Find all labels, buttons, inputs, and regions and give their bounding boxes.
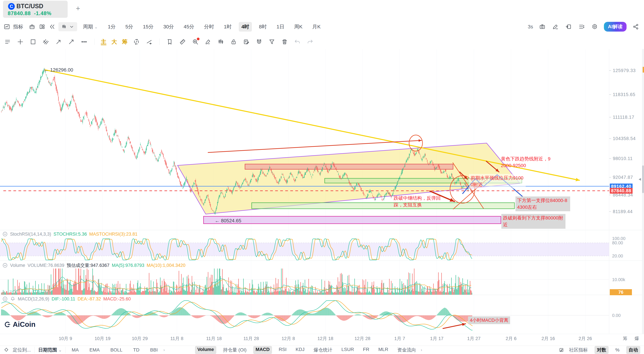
add-pane-icon[interactable] bbox=[565, 23, 572, 31]
low-price-label[interactable]: ← 80524.65 bbox=[215, 217, 241, 224]
timeframe-周K[interactable]: 周K bbox=[292, 22, 305, 32]
breakdown-note[interactable]: 跌破中继结构，反弹回踩，支阻互换 bbox=[394, 195, 447, 208]
collapse-icon[interactable] bbox=[2, 231, 8, 237]
timeframe-1时[interactable]: 1时 bbox=[221, 22, 234, 32]
timeframe-1分[interactable]: 1分 bbox=[105, 22, 118, 32]
date-range-button[interactable]: 日期范围 ⌄ bbox=[36, 346, 64, 354]
undo-icon[interactable] bbox=[294, 38, 301, 46]
replay-icon[interactable] bbox=[48, 23, 56, 31]
timeframe-月K[interactable]: 月K bbox=[310, 22, 323, 32]
screenshot-icon[interactable] bbox=[538, 23, 546, 31]
timeframe-30分[interactable]: 30分 bbox=[160, 22, 176, 32]
eraser-icon[interactable] bbox=[204, 38, 212, 46]
sub-indicator-资金流向[interactable]: 资金流向 bbox=[395, 346, 418, 354]
sub-indicator-RSI[interactable]: RSI bbox=[276, 346, 289, 354]
percent-toggle[interactable]: % bbox=[613, 346, 622, 353]
trash-icon[interactable] bbox=[281, 38, 288, 46]
macd-dea-line bbox=[1, 301, 472, 328]
rectangle-tool-icon[interactable] bbox=[29, 38, 37, 46]
chip-distribution-toggle[interactable]: 筹 bbox=[122, 38, 128, 46]
sub-indicator-持仓量 (OI)[interactable]: 持仓量 (OI) bbox=[221, 346, 249, 354]
timeframe-5分[interactable]: 5分 bbox=[123, 22, 136, 32]
timeframe-15分[interactable]: 15分 bbox=[140, 22, 156, 32]
volume-ma10: MA(10):1,004.3420 bbox=[147, 263, 186, 268]
macd-title[interactable]: MACD(12,26,9) bbox=[18, 296, 49, 302]
crosshair-icon[interactable] bbox=[16, 38, 24, 46]
date-label: 11月 18 bbox=[206, 335, 222, 341]
community-edit-icon[interactable] bbox=[558, 346, 565, 354]
filter-icon[interactable] bbox=[268, 38, 276, 46]
indicator-icon[interactable] bbox=[3, 23, 11, 31]
period-dropdown[interactable]: 周期 ⌄ bbox=[83, 23, 98, 30]
overlay-indicator-TD[interactable]: TD bbox=[131, 346, 142, 353]
timeframe-8时[interactable]: 8时 bbox=[256, 22, 270, 32]
ai-analysis-button[interactable]: AI解读 bbox=[604, 22, 626, 32]
auto-draw-icon[interactable] bbox=[132, 38, 140, 46]
support2-note[interactable]: 跌破则看到下方支撑80000附近 bbox=[501, 214, 566, 229]
trendline-note[interactable]: 黄色下跌趋势线附近，92000-92500 bbox=[501, 156, 552, 169]
collapse-icon[interactable] bbox=[2, 263, 8, 268]
macd-divergence-note[interactable]: 4小时MACD小背离 bbox=[468, 316, 510, 324]
stochrsi-title[interactable]: StochRSI(14,14,3,3) bbox=[10, 232, 51, 237]
sub-indicator-FR[interactable]: FR bbox=[360, 346, 372, 354]
settings-list-icon[interactable] bbox=[578, 23, 586, 31]
candle-wicks-down bbox=[1, 68, 471, 212]
note-icon[interactable] bbox=[242, 38, 250, 46]
timeframe-1日[interactable]: 1日 bbox=[274, 22, 287, 32]
sub-indicator-Volume[interactable]: Volume bbox=[195, 346, 216, 354]
line-swap-icon[interactable] bbox=[145, 38, 153, 46]
sub-indicator-MACD[interactable]: MACD bbox=[253, 346, 272, 354]
bookmark-icon[interactable] bbox=[166, 38, 174, 46]
share-icon[interactable] bbox=[632, 23, 640, 31]
symbol-tab[interactable]: C BTC/USD 87840.88 -1.48% bbox=[3, 1, 68, 18]
portfolio-icon[interactable] bbox=[28, 23, 36, 31]
collapse-icon[interactable] bbox=[2, 296, 8, 302]
bar-measure-icon[interactable] bbox=[217, 38, 225, 46]
arrow-line-tool-icon[interactable] bbox=[55, 38, 62, 46]
gear-icon[interactable] bbox=[591, 23, 598, 31]
locate-icon[interactable] bbox=[3, 346, 10, 354]
auto-scale-toggle[interactable]: 自动 bbox=[626, 346, 640, 354]
sub-indicator-LSUR[interactable]: LSUR bbox=[339, 346, 356, 354]
redo-icon[interactable] bbox=[306, 38, 314, 46]
replay-speed[interactable]: 3s bbox=[528, 24, 533, 30]
parallel-lines-tool-icon[interactable] bbox=[42, 38, 50, 46]
community-indicator-button[interactable]: 社区指标 bbox=[567, 346, 590, 354]
overlay-indicator-MA[interactable]: MA bbox=[69, 346, 81, 353]
timeframe-4时[interactable]: 4时 bbox=[239, 22, 252, 32]
layout-icon[interactable] bbox=[38, 23, 46, 31]
zoom-in-icon[interactable] bbox=[192, 38, 199, 46]
chevron-right-icon[interactable]: › bbox=[164, 347, 165, 352]
add-tab-button[interactable]: + bbox=[76, 5, 80, 12]
neckline-note[interactable]: 前期水平颈线位压力91000附近 bbox=[469, 174, 526, 189]
peak-price-label[interactable]: ← 126296.00 bbox=[44, 67, 73, 73]
candlestick-icon bbox=[60, 23, 68, 31]
main-chart-toggle[interactable]: 主 bbox=[101, 38, 106, 46]
overlay-indicator-BBI[interactable]: BBI bbox=[148, 346, 160, 353]
alert-bell-icon[interactable] bbox=[10, 296, 16, 302]
timeframe-45分[interactable]: 45分 bbox=[181, 22, 197, 32]
sub-indicator-MLR[interactable]: MLR bbox=[376, 346, 391, 354]
large-chart-toggle[interactable]: 大 bbox=[112, 38, 117, 46]
trend-line-tool-icon[interactable] bbox=[68, 38, 75, 46]
indicator-button[interactable]: 指标 bbox=[13, 23, 23, 30]
menu-icon[interactable] bbox=[4, 38, 12, 46]
lock-icon[interactable] bbox=[230, 38, 238, 46]
overlay-indicator-row: MAEMABOLLTDBBI bbox=[69, 346, 160, 353]
volume-title[interactable]: Volume bbox=[10, 263, 25, 268]
locate-button[interactable]: 定位到... bbox=[10, 346, 33, 354]
timeframe-分时[interactable]: 分时 bbox=[201, 22, 217, 32]
chevron-right-icon[interactable]: › bbox=[421, 347, 422, 352]
log-scale-toggle[interactable]: 对数 bbox=[594, 346, 608, 354]
date-label: 10月 19 bbox=[95, 335, 110, 341]
chart-type-dropdown[interactable] bbox=[58, 22, 77, 31]
magnet-icon[interactable] bbox=[255, 38, 263, 46]
ruler-icon[interactable] bbox=[179, 38, 186, 46]
sub-indicator-KDJ[interactable]: KDJ bbox=[293, 346, 307, 354]
support1-note[interactable]: 下方第一支撑位84000-84300左右 bbox=[516, 196, 570, 211]
overlay-indicator-EMA[interactable]: EMA bbox=[87, 346, 102, 353]
sub-indicator-爆仓统计[interactable]: 爆仓统计 bbox=[311, 346, 335, 354]
edit-icon[interactable] bbox=[552, 23, 559, 31]
more-tools-icon[interactable] bbox=[80, 38, 88, 46]
overlay-indicator-BOLL[interactable]: BOLL bbox=[108, 346, 125, 353]
